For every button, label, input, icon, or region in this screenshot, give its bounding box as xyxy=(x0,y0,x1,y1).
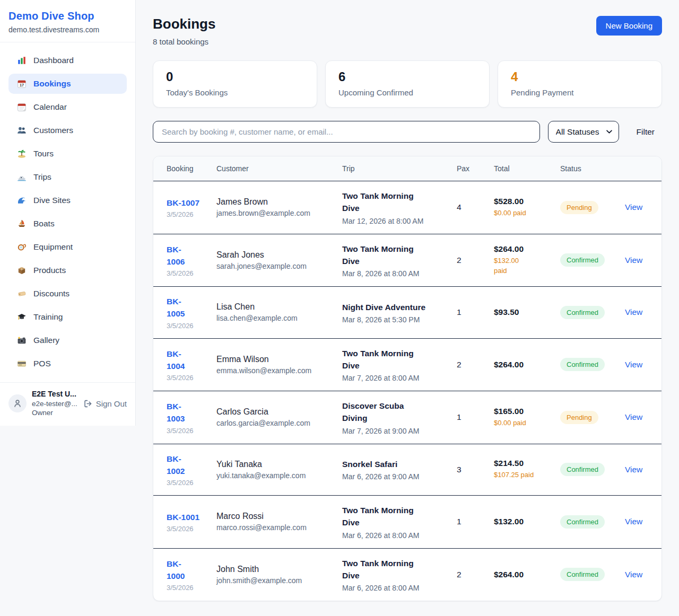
column-header-trip: Trip xyxy=(338,156,452,181)
booking-date: 3/5/2026 xyxy=(167,427,208,435)
users-icon xyxy=(17,126,27,135)
view-link[interactable]: View xyxy=(625,203,642,212)
table-row: BK- 1004 3/5/2026 Emma Wilson emma.wilso… xyxy=(153,338,662,391)
total-amount: $165.00 xyxy=(494,407,552,416)
booking-id-link[interactable]: BK-1001 xyxy=(167,511,208,523)
customer-email: lisa.chen@example.com xyxy=(216,314,334,322)
booking-id-link[interactable]: BK- 1003 xyxy=(167,400,208,425)
sidebar-item-training[interactable]: Training xyxy=(8,307,127,327)
customer-email: yuki.tanaka@example.com xyxy=(216,471,334,480)
stat-card-pending-payment: 4 Pending Payment xyxy=(498,60,662,108)
stat-card-upcoming-confirmed: 6 Upcoming Confirmed xyxy=(325,60,490,108)
sidebar-item-dive-sites[interactable]: Dive Sites xyxy=(8,190,127,210)
pax-count: 1 xyxy=(452,391,490,444)
shop-name: Demo Dive Shop xyxy=(8,10,127,22)
user-name: E2E Test U... xyxy=(32,390,77,399)
sidebar-item-equipment[interactable]: Equipment xyxy=(8,237,127,257)
sidebar-item-trips[interactable]: Trips xyxy=(8,167,127,187)
total-amount: $264.00 xyxy=(494,360,552,369)
sidebar-item-label: Discounts xyxy=(33,289,69,298)
sidebar-item-label: Trips xyxy=(33,172,51,182)
trip-date: Mar 8, 2026 at 8:00 AM xyxy=(342,269,448,278)
main-content: Bookings 8 total bookings New Booking 0 … xyxy=(136,0,679,601)
total-amount: $264.00 xyxy=(494,570,552,579)
booking-date: 3/5/2026 xyxy=(167,210,208,218)
booking-id-link[interactable]: BK-1007 xyxy=(167,197,208,209)
customer-email: sarah.jones@example.com xyxy=(216,262,334,270)
sidebar-item-pos[interactable]: POS xyxy=(8,354,127,374)
status-badge: Confirmed xyxy=(560,515,605,529)
sidebar-header: Demo Dive Shop demo.test.divestreams.com xyxy=(0,0,135,42)
stat-value: 4 xyxy=(511,69,649,84)
calendar-icon xyxy=(17,102,27,112)
view-link[interactable]: View xyxy=(625,412,642,421)
trip-name: Discover Scuba Diving xyxy=(342,400,448,425)
new-booking-button[interactable]: New Booking xyxy=(596,16,662,36)
paid-amount: $132.00 paid xyxy=(494,256,552,276)
pax-count: 2 xyxy=(452,548,490,601)
bar-chart-icon xyxy=(17,56,27,65)
booking-id-link[interactable]: BK- 1004 xyxy=(167,348,208,373)
sidebar-item-label: Dashboard xyxy=(33,56,74,65)
pax-count: 2 xyxy=(452,338,490,391)
booking-id-link[interactable]: BK- 1002 xyxy=(167,453,208,478)
stat-label: Upcoming Confirmed xyxy=(338,88,476,97)
sidebar-item-bookings[interactable]: 17 Bookings xyxy=(8,74,127,94)
page-subtitle: 8 total bookings xyxy=(153,37,215,46)
customer-email: emma.wilson@example.com xyxy=(216,366,334,375)
filter-row: All Statuses Filter xyxy=(153,121,662,143)
bookings-table: Booking Customer Trip Pax Total Status B… xyxy=(153,156,662,601)
total-amount: $264.00 xyxy=(494,244,552,254)
booking-id-link[interactable]: BK- 1006 xyxy=(167,243,208,268)
table-header-row: Booking Customer Trip Pax Total Status xyxy=(153,156,662,181)
customer-email: james.brown@example.com xyxy=(216,209,334,217)
sidebar-item-discounts[interactable]: Discounts xyxy=(8,284,127,304)
sign-out-label: Sign Out xyxy=(96,399,127,408)
filter-button[interactable]: Filter xyxy=(629,123,662,141)
booking-date: 3/5/2026 xyxy=(167,322,208,330)
total-amount: $214.50 xyxy=(494,459,552,468)
view-link[interactable]: View xyxy=(625,465,642,474)
view-link[interactable]: View xyxy=(625,256,642,265)
table-row: BK-1007 3/5/2026 James Brown james.brown… xyxy=(153,181,662,234)
sidebar-item-dashboard[interactable]: Dashboard xyxy=(8,50,127,71)
sidebar-item-label: Calendar xyxy=(33,102,67,112)
sidebar-item-products[interactable]: Products xyxy=(8,260,127,280)
customer-name: James Brown xyxy=(216,197,334,207)
sidebar-item-boats[interactable]: Boats xyxy=(8,214,127,234)
user-role: Owner xyxy=(32,408,77,417)
trip-date: Mar 6, 2026 at 8:00 AM xyxy=(342,531,448,540)
search-input[interactable] xyxy=(153,121,540,143)
trip-name: Two Tank Morning Dive xyxy=(342,347,448,372)
sidebar-item-label: Training xyxy=(33,312,63,322)
total-amount: $132.00 xyxy=(494,517,552,526)
status-badge: Pending xyxy=(560,201,598,214)
stat-value: 6 xyxy=(338,69,476,84)
sidebar-item-tours[interactable]: Tours xyxy=(8,144,127,164)
status-select[interactable]: All Statuses xyxy=(548,121,619,143)
view-link[interactable]: View xyxy=(625,307,642,316)
booking-id-link[interactable]: BK- 1000 xyxy=(167,558,208,583)
svg-text:17: 17 xyxy=(20,83,24,87)
view-link[interactable]: View xyxy=(625,517,642,526)
sailboat-icon xyxy=(17,219,27,228)
page-header: Bookings 8 total bookings New Booking xyxy=(153,16,662,46)
table-row: BK- 1003 3/5/2026 Carlos Garcia carlos.g… xyxy=(153,391,662,444)
sidebar-item-gallery[interactable]: Gallery xyxy=(8,330,127,350)
shop-domain: demo.test.divestreams.com xyxy=(8,25,127,34)
speedboat-icon xyxy=(17,172,27,182)
booking-id-link[interactable]: BK- 1005 xyxy=(167,295,208,320)
view-link[interactable]: View xyxy=(625,570,642,579)
sign-out-button[interactable]: Sign Out xyxy=(83,399,127,408)
user-email: e2e-tester@... xyxy=(32,399,77,408)
booking-date: 3/5/2026 xyxy=(167,269,208,277)
trip-name: Two Tank Morning Dive xyxy=(342,504,448,529)
sidebar-item-customers[interactable]: Customers xyxy=(8,120,127,140)
customer-name: Lisa Chen xyxy=(216,302,334,312)
sidebar-item-label: Tours xyxy=(33,149,54,159)
status-badge: Pending xyxy=(560,411,598,424)
column-header-total: Total xyxy=(490,156,556,181)
wave-icon xyxy=(17,196,27,205)
view-link[interactable]: View xyxy=(625,360,642,369)
sidebar-item-calendar[interactable]: Calendar xyxy=(8,97,127,117)
